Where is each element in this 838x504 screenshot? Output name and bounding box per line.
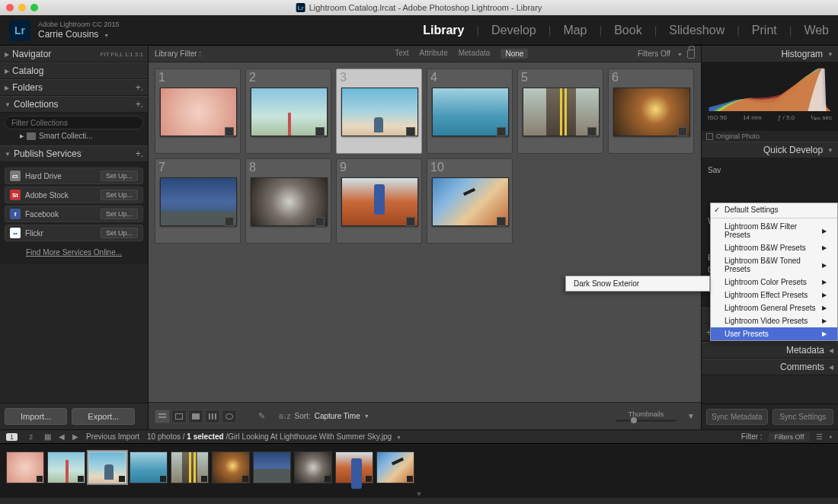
- panel-publish-services[interactable]: ▼Publish Services +.: [0, 145, 148, 162]
- setup-button[interactable]: Set Up...: [101, 209, 138, 219]
- chevron-down-icon[interactable]: [394, 432, 401, 441]
- grid-cell[interactable]: 9: [336, 158, 422, 244]
- module-map[interactable]: Map: [563, 24, 587, 37]
- filmstrip-thumbnail[interactable]: [212, 451, 250, 483]
- module-print[interactable]: Print: [752, 24, 777, 37]
- filmstrip-thumbnail[interactable]: [335, 451, 373, 483]
- filter-menu-icon[interactable]: ☰: [816, 432, 823, 441]
- panel-comments[interactable]: Comments◀: [702, 359, 838, 375]
- preset-item-dark-snow-exterior[interactable]: Dark Snow Exterior: [566, 278, 709, 289]
- filmstrip-thumbnail[interactable]: [6, 451, 44, 483]
- grid-jump-icon[interactable]: ▦: [44, 432, 51, 441]
- add-collection-icon[interactable]: +.: [136, 99, 143, 110]
- filter-attribute[interactable]: Attribute: [419, 49, 447, 59]
- grid-cell[interactable]: 2: [245, 69, 331, 154]
- publish-hard-drive[interactable]: ▭Hard Drive Set Up...: [5, 167, 143, 184]
- source-label[interactable]: Previous Import: [86, 432, 139, 441]
- panel-quick-develop[interactable]: Quick Develop▼: [702, 142, 838, 158]
- maximize-window-icon[interactable]: [30, 4, 38, 11]
- next-photo-icon[interactable]: ▶: [72, 432, 78, 441]
- preset-default-settings[interactable]: Default Settings: [711, 203, 837, 216]
- add-folder-icon[interactable]: +.: [136, 82, 143, 93]
- smart-collections-item[interactable]: ▶ Smart Collecti...: [5, 129, 143, 142]
- prev-photo-icon[interactable]: ◀: [59, 432, 65, 441]
- original-photo-toggle[interactable]: Original Photo: [702, 131, 838, 142]
- thumbnail-badge-icon[interactable]: [225, 127, 234, 136]
- setup-button[interactable]: Set Up...: [101, 190, 138, 200]
- app-user[interactable]: Carrie Cousins: [38, 29, 120, 40]
- grid-cell[interactable]: 7: [155, 158, 241, 244]
- find-more-services-link[interactable]: Find More Services Online...: [3, 244, 145, 261]
- grid-cell[interactable]: 6: [608, 69, 694, 154]
- sync-settings-button[interactable]: Sync Settings: [772, 409, 834, 425]
- thumbnail-grid[interactable]: 1 2 3 4 5 6 7 8 9 10: [149, 62, 701, 402]
- filmstrip-thumbnail[interactable]: [253, 451, 291, 483]
- module-slideshow[interactable]: Slideshow: [669, 24, 724, 37]
- publish-flickr[interactable]: ••Flickr Set Up...: [5, 225, 143, 241]
- import-button[interactable]: Import...: [5, 408, 67, 425]
- preset-dropdown-menu[interactable]: Default Settings Lightroom B&W Filter Pr…: [710, 203, 838, 341]
- setup-button[interactable]: Set Up...: [101, 171, 138, 181]
- grid-cell[interactable]: 10: [427, 158, 513, 244]
- preset-group-item[interactable]: Lightroom B&W Presets▶: [711, 241, 837, 254]
- close-window-icon[interactable]: [6, 4, 14, 11]
- preset-group-item[interactable]: Lightroom Effect Presets▶: [711, 289, 837, 301]
- checkbox-icon[interactable]: [706, 133, 713, 140]
- panel-collections[interactable]: ▼Collections +.: [0, 96, 148, 113]
- metadata-mode-select[interactable]: Default: [706, 344, 741, 356]
- minimize-window-icon[interactable]: [18, 4, 26, 11]
- loupe-view-icon[interactable]: [171, 410, 187, 423]
- thumbnail-badge-icon[interactable]: [315, 217, 325, 226]
- setup-button[interactable]: Set Up...: [101, 228, 138, 238]
- filmstrip-collapse[interactable]: ▼: [0, 490, 838, 498]
- sort-control[interactable]: a↓z Sort: Capture Time ▼: [279, 412, 369, 420]
- filmstrip-thumbnail[interactable]: [130, 451, 168, 483]
- panel-folders[interactable]: ▶Folders +.: [0, 79, 148, 96]
- filmstrip[interactable]: [0, 443, 838, 490]
- module-web[interactable]: Web: [804, 24, 829, 37]
- painter-tool-icon[interactable]: ✎: [258, 411, 265, 421]
- module-develop[interactable]: Develop: [491, 24, 536, 37]
- compare-view-icon[interactable]: [188, 410, 203, 423]
- filmstrip-thumbnail[interactable]: [47, 451, 85, 483]
- add-publish-icon[interactable]: +.: [136, 148, 143, 159]
- publish-adobe-stock[interactable]: StAdobe Stock Set Up...: [5, 187, 143, 203]
- filmstrip-thumbnail[interactable]: [376, 451, 414, 483]
- filter-none[interactable]: None: [501, 49, 528, 59]
- filmstrip-thumbnail-selected[interactable]: [88, 451, 126, 483]
- preset-submenu[interactable]: Dark Snow Exterior: [565, 276, 710, 292]
- survey-view-icon[interactable]: [205, 410, 220, 423]
- filter-lock-icon[interactable]: ▪: [829, 432, 832, 441]
- preset-group-item[interactable]: Lightroom B&W Filter Presets▶: [711, 220, 837, 241]
- toolbar-chevron-icon[interactable]: ▼: [687, 412, 695, 420]
- publish-facebook[interactable]: fFacebook Set Up...: [5, 206, 143, 222]
- preset-group-item[interactable]: Lightroom B&W Toned Presets▶: [711, 254, 837, 276]
- filmstrip-filter-toggle[interactable]: Filters Off: [769, 432, 811, 442]
- filters-off-toggle[interactable]: Filters Off: [638, 49, 670, 58]
- thumbnail-badge-icon[interactable]: [315, 127, 325, 136]
- thumbnail-size-control[interactable]: Thumbnails: [616, 410, 676, 422]
- module-library[interactable]: Library: [423, 24, 464, 37]
- thumbnail-badge-icon[interactable]: [225, 217, 234, 226]
- filmstrip-thumbnail[interactable]: [171, 451, 209, 483]
- export-button[interactable]: Export...: [72, 408, 135, 425]
- panel-navigator[interactable]: ▶Navigator FIT FILL 1:1 3:1: [0, 46, 148, 62]
- people-view-icon[interactable]: [222, 410, 237, 423]
- display-1-toggle[interactable]: 1: [6, 433, 18, 441]
- thumbnail-badge-icon[interactable]: [406, 217, 415, 226]
- grid-cell-selected[interactable]: 3: [336, 69, 422, 154]
- module-book[interactable]: Book: [614, 24, 641, 37]
- preset-user-presets[interactable]: User Presets▶: [711, 327, 837, 340]
- thumbnail-size-slider[interactable]: [616, 419, 676, 422]
- grid-cell[interactable]: 1: [155, 69, 241, 154]
- filter-metadata[interactable]: Metadata: [459, 49, 491, 59]
- thumbnail-badge-icon[interactable]: [497, 217, 506, 226]
- grid-cell[interactable]: 5: [517, 69, 603, 154]
- preset-group-item[interactable]: Lightroom Video Presets▶: [711, 314, 837, 327]
- panel-histogram[interactable]: Histogram▼: [702, 46, 838, 62]
- identity-plate[interactable]: Lr Adobe Lightroom CC 2015 Carrie Cousin…: [9, 20, 120, 41]
- lock-icon[interactable]: [687, 49, 695, 59]
- display-2-toggle[interactable]: 2: [25, 433, 37, 441]
- thumbnail-badge-icon[interactable]: [497, 127, 506, 136]
- thumbnail-badge-icon[interactable]: [678, 127, 687, 136]
